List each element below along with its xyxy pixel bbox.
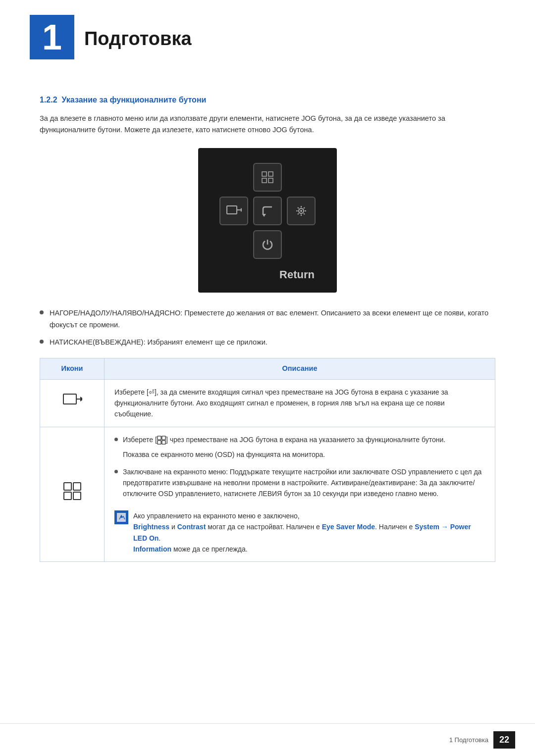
jog-row-bottom [253, 230, 282, 259]
footer-section-label: 1 Подготовка [449, 735, 488, 745]
svg-rect-6 [227, 206, 237, 214]
inline-bullet-1: Изберете [] чрез преместване на JOG буто… [114, 434, 485, 445]
svg-line-18 [298, 213, 299, 214]
footer-text: 1 Подготовка 22 [449, 731, 515, 749]
jog-diagram-container: Return [40, 148, 495, 293]
svg-marker-8 [241, 208, 242, 212]
svg-rect-5 [268, 178, 273, 183]
note-text: Ако управлението на екранното меню е зак… [133, 510, 485, 555]
svg-rect-29 [162, 436, 165, 440]
svg-line-17 [304, 213, 305, 214]
col-header-desc: Описание [105, 358, 495, 379]
osd-desc-text: Показва се екранното меню (OSD) на функц… [123, 449, 485, 460]
note-box: Ако управлението на екранното меню е зак… [114, 510, 485, 555]
section-title: 1.2.2 Указание за функционалните бутони [40, 94, 495, 106]
bullet-dot-icon [114, 438, 118, 441]
table-row: Изберете [⏎], за да смените входящия сиг… [40, 379, 495, 427]
desc-cell-source: Изберете [⏎], за да смените входящия сиг… [105, 379, 495, 427]
svg-rect-3 [268, 172, 273, 176]
jog-btn-left [219, 197, 248, 225]
bullet-dot-icon [40, 340, 44, 344]
jog-row-middle [219, 197, 316, 225]
icon-cell-source [40, 379, 105, 427]
jog-btn-down [253, 230, 282, 259]
jog-btn-right [287, 197, 316, 225]
svg-rect-26 [64, 492, 71, 500]
svg-line-16 [298, 207, 299, 208]
jog-btn-up [253, 163, 282, 192]
jog-diagram: Return [198, 148, 337, 293]
jog-return-label: Return [218, 266, 317, 283]
svg-marker-23 [80, 397, 82, 402]
bullet-dot-icon [114, 470, 118, 473]
page-footer: 1 Подготовка 22 [0, 723, 535, 756]
svg-point-33 [120, 516, 122, 518]
intro-text: За да влезете в главното меню или да изп… [40, 113, 495, 136]
svg-point-11 [300, 210, 302, 212]
jog-btn-center [253, 197, 282, 225]
svg-rect-21 [63, 394, 76, 404]
bullet-dot-icon [40, 310, 44, 314]
list-item: НАГОРЕ/НАДОЛУ/НАЛЯВО/НАДЯСНО: Преместете… [40, 307, 495, 330]
list-item: НАТИСКАНЕ(ВЪВЕЖДАНЕ): Избраният елемент … [40, 337, 495, 348]
svg-rect-25 [73, 483, 81, 490]
svg-line-19 [304, 207, 305, 208]
icon-cell-menu [40, 427, 105, 562]
chapter-title: Подготовка [74, 15, 192, 53]
bullet-text-2: Заключване на екранното меню: Поддържате… [123, 466, 485, 500]
content-area: 1.2.2 Указание за функционалните бутони … [0, 59, 535, 592]
footer-page-number: 22 [493, 731, 515, 749]
note-icon [114, 510, 128, 524]
svg-rect-30 [158, 441, 161, 444]
chapter-number: 1 [30, 15, 74, 59]
table-header-row: Икони Описание [40, 358, 495, 379]
page-header: 1 Подготовка [0, 0, 535, 59]
svg-rect-27 [73, 492, 81, 500]
inline-bullet-2: Заключване на екранното меню: Поддържате… [114, 466, 485, 504]
table-row: Изберете [] чрез преместване на JOG буто… [40, 427, 495, 562]
desc-cell-menu: Изберете [] чрез преместване на JOG буто… [105, 427, 495, 562]
svg-rect-2 [262, 172, 267, 176]
svg-rect-4 [262, 178, 267, 183]
jog-row-top [253, 163, 282, 192]
col-header-icons: Икони [40, 358, 105, 379]
bullet-text-1: Изберете [] чрез преместване на JOG буто… [123, 434, 445, 445]
svg-marker-9 [262, 214, 266, 217]
svg-rect-24 [64, 483, 71, 490]
svg-rect-28 [158, 436, 161, 440]
svg-rect-31 [162, 441, 165, 444]
description-table: Икони Описание Изберете [⏎], за да смени… [40, 358, 495, 562]
bullet-list: НАГОРЕ/НАДОЛУ/НАЛЯВО/НАДЯСНО: Преместете… [40, 307, 495, 348]
